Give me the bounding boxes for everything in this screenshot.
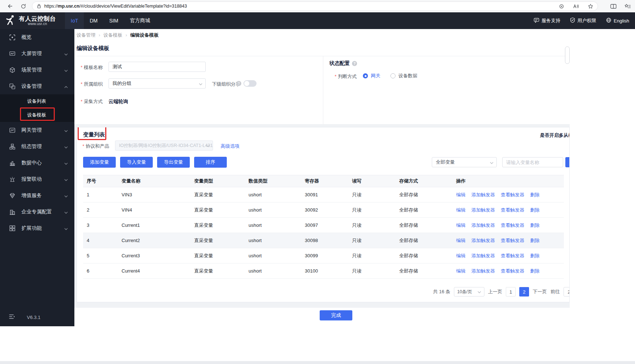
language-switch[interactable]: English <box>606 17 629 24</box>
cell-rw: 只读 <box>348 268 396 274</box>
radio-gateway-label[interactable]: 网关 <box>371 73 380 79</box>
goto-page-input[interactable]: 2 <box>564 287 570 296</box>
edit-link[interactable]: 编辑 <box>456 268 466 274</box>
sidebar-subitem-label: 设备列表 <box>27 98 46 105</box>
add-variable-button[interactable]: 添加变量 <box>83 157 116 168</box>
sidebar-item-extension[interactable]: 扩展功能 <box>0 220 74 236</box>
breadcrumb-device-management[interactable]: 设备管理 <box>77 32 95 38</box>
scene-icon <box>9 67 15 73</box>
page-button-1[interactable]: 1 <box>506 287 516 296</box>
add-trigger-link[interactable]: 添加触发器 <box>471 237 495 244</box>
radio-device-data-label[interactable]: 设备数据 <box>398 73 417 79</box>
variable-filter-select[interactable]: 全部变量 <box>432 157 497 167</box>
breadcrumb: 设备管理 › 设备模板 › 编辑设备模板 <box>77 32 159 38</box>
sidebar-item-overview[interactable]: 概览 <box>0 29 74 45</box>
sidebar-item-device[interactable]: 设备管理 <box>0 78 74 94</box>
help-icon[interactable]: ? <box>352 61 357 66</box>
delete-link[interactable]: 删除 <box>530 207 540 213</box>
export-variable-button[interactable]: 导出变量 <box>157 157 190 168</box>
collapse-sidebar-icon[interactable] <box>9 314 15 320</box>
sidebar-subitem-label: 设备模板 <box>27 112 46 118</box>
add-trigger-link[interactable]: 添加触发器 <box>471 268 495 274</box>
sidebar-item-scene[interactable]: 场景管理 <box>0 62 74 78</box>
edit-link[interactable]: 编辑 <box>456 207 466 213</box>
cell-storage: 全部存储 <box>396 237 452 244</box>
import-variable-button[interactable]: 导入变量 <box>120 157 153 168</box>
page-button-2[interactable]: 2 <box>519 287 529 296</box>
add-trigger-link[interactable]: 添加触发器 <box>471 253 495 259</box>
search-button[interactable] <box>565 157 570 167</box>
delete-link[interactable]: 删除 <box>530 192 540 198</box>
sidebar-item-gateway[interactable]: 网关管理 <box>0 122 74 138</box>
user-permission[interactable]: 用户权限 <box>570 17 596 24</box>
sidebar-item-bigscreen[interactable]: 大屏管理 <box>0 45 74 62</box>
help-icon[interactable]: ? <box>236 81 241 86</box>
delete-link[interactable]: 删除 <box>530 237 540 244</box>
edit-link[interactable]: 编辑 <box>456 237 466 244</box>
view-trigger-link[interactable]: 查看触发器 <box>501 192 524 198</box>
sidebar-item-alarm[interactable]: 报警联动 <box>0 171 74 187</box>
delete-link[interactable]: 删除 <box>530 222 540 229</box>
delete-link[interactable]: 删除 <box>530 268 540 274</box>
logo-title: 有人云控制台 <box>19 16 56 22</box>
sort-button[interactable]: 排序 <box>194 157 227 168</box>
prev-page-button[interactable]: 上一页 <box>488 289 502 295</box>
view-trigger-link[interactable]: 查看触发器 <box>501 207 524 213</box>
logo[interactable]: 有人云控制台 www.usr.cn <box>0 12 65 29</box>
nav-tab-dm[interactable]: DM <box>84 12 103 29</box>
add-trigger-link[interactable]: 添加触发器 <box>471 222 495 229</box>
done-button[interactable]: 完成 <box>320 310 352 320</box>
cell-register: 30097 <box>301 222 348 228</box>
variable-search-input[interactable] <box>502 157 563 167</box>
shield-icon <box>570 17 575 24</box>
breadcrumb-device-template[interactable]: 设备模板 <box>103 32 122 38</box>
view-trigger-link[interactable]: 查看触发器 <box>501 222 524 229</box>
sidebar-item-datacenter[interactable]: 数据中心 <box>0 155 74 171</box>
advanced-options-link[interactable]: 高级选项 <box>221 143 239 150</box>
address-bar[interactable]: https://mp.usr.cn/#/cloud/device/ViewEdi… <box>32 1 598 11</box>
table-row: 3 Current1 直采变量 ushort 30097 只读 全部存储 编辑 … <box>83 218 564 233</box>
sidebar-item-value-service[interactable]: 增值服务 <box>0 187 74 204</box>
radio-device-data[interactable] <box>390 73 396 78</box>
chevron-down-icon <box>490 160 493 165</box>
header-datatype: 数值类型 <box>245 178 301 184</box>
radio-gateway[interactable] <box>363 73 368 78</box>
sidebar-item-device-template[interactable]: 设备模板 <box>0 108 74 122</box>
service-support[interactable]: 服务支持 <box>534 17 560 24</box>
nav-tab-mall[interactable]: 官方商城 <box>124 12 156 29</box>
location-icon[interactable] <box>559 4 564 9</box>
sidebar-item-device-list[interactable]: 设备列表 <box>0 94 74 108</box>
scrollbar-thumb[interactable] <box>565 46 570 64</box>
edit-link[interactable]: 编辑 <box>456 192 466 198</box>
page-title: 编辑设备模板 <box>77 45 109 52</box>
protocol-select-value: IO控制器/网络IO控制器/USR-IO34-CAT1-L431 <box>119 143 213 149</box>
goto-label: 前往 <box>550 289 560 295</box>
org-select[interactable]: 我的分组 <box>108 78 206 89</box>
back-icon[interactable] <box>5 1 15 11</box>
nav-tab-sim[interactable]: SIM <box>103 12 124 29</box>
favorites-bar-icon[interactable] <box>624 4 631 9</box>
delete-link[interactable]: 删除 <box>530 253 540 259</box>
sidebar-item-enterprise[interactable]: 企业专属配置 <box>0 204 74 220</box>
read-aloud-icon[interactable] <box>573 4 579 9</box>
next-page-button[interactable]: 下一页 <box>533 289 547 295</box>
view-trigger-link[interactable]: 查看触发器 <box>501 268 524 274</box>
nav-tab-iot[interactable]: IoT <box>65 12 84 29</box>
edit-link[interactable]: 编辑 <box>456 253 466 259</box>
page-size-select[interactable]: 10条/页 <box>454 287 484 296</box>
view-trigger-link[interactable]: 查看触发器 <box>501 253 524 259</box>
cell-storage: 全部存储 <box>396 192 452 198</box>
reload-icon[interactable] <box>18 1 28 11</box>
view-trigger-link[interactable]: 查看触发器 <box>501 237 524 244</box>
split-screen-icon[interactable] <box>610 4 616 9</box>
template-name-input[interactable] <box>108 62 206 72</box>
protocol-select[interactable]: IO控制器/网络IO控制器/USR-IO34-CAT1-L431 <box>115 140 213 151</box>
share-toggle[interactable] <box>243 80 257 87</box>
status-config-title: 状态配置 <box>329 60 350 67</box>
add-trigger-link[interactable]: 添加触发器 <box>471 192 495 198</box>
star-icon[interactable] <box>588 4 593 9</box>
sidebar-item-scada[interactable]: 组态管理 <box>0 138 74 155</box>
add-trigger-link[interactable]: 添加触发器 <box>471 207 495 213</box>
cell-storage: 全部存储 <box>396 253 452 259</box>
edit-link[interactable]: 编辑 <box>456 222 466 229</box>
